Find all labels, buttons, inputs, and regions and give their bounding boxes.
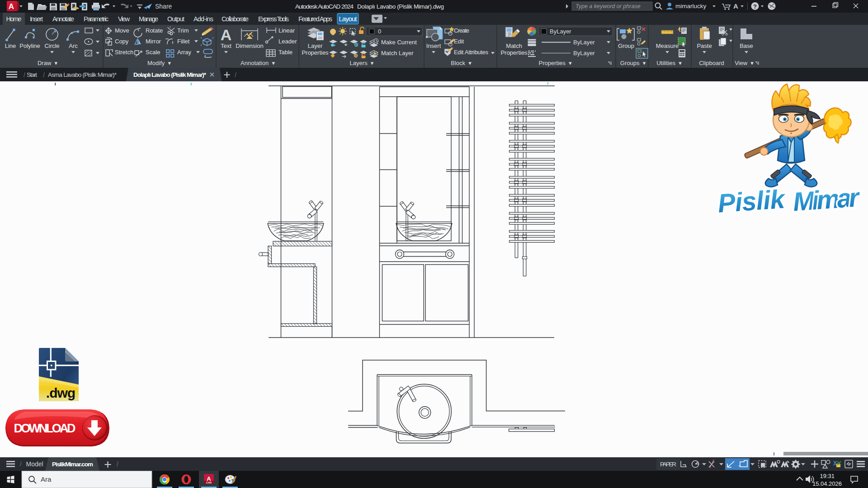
svg-text:.dwg: .dwg — [46, 385, 75, 400]
svg-text:/: / — [117, 460, 118, 468]
svg-text:Layout: Layout — [339, 15, 358, 23]
svg-text:Mimar: Mimar — [792, 182, 862, 216]
svg-text:Insert: Insert — [30, 15, 43, 23]
svg-text:Dolaplı Lavabo (Pislik Mimar).: Dolaplı Lavabo (Pislik Mimar).dwg — [357, 3, 444, 10]
svg-text:Manage: Manage — [139, 15, 158, 23]
svg-text:Express Tools: Express Tools — [258, 15, 289, 23]
svg-text:Edit Attributes: Edit Attributes — [454, 49, 489, 56]
svg-text:Group: Group — [618, 42, 634, 49]
svg-text:Add-ins: Add-ins — [193, 15, 213, 23]
svg-text:PAPER: PAPER — [660, 461, 676, 468]
svg-text:Home: Home — [6, 15, 22, 23]
svg-text:Start: Start — [27, 71, 37, 78]
svg-text:Measure: Measure — [656, 42, 679, 49]
svg-text:Asma Lavabo (Pislik Mimar)*: Asma Lavabo (Pislik Mimar)* — [48, 71, 117, 78]
svg-text:0: 0 — [378, 28, 381, 35]
svg-text:/: / — [235, 71, 236, 79]
svg-text:Dolaplı Lavabo (Pislik Mimar)*: Dolaplı Lavabo (Pislik Mimar)* — [133, 71, 207, 78]
svg-text:?: ? — [753, 3, 757, 10]
svg-text:Paste: Paste — [697, 42, 712, 49]
svg-text:Block ▾: Block ▾ — [451, 60, 472, 66]
svg-text:Utilities ▾: Utilities ▾ — [656, 60, 682, 66]
svg-text:Match Layer: Match Layer — [381, 50, 414, 56]
svg-text:ByLayer: ByLayer — [573, 39, 595, 46]
svg-text:ByLayer: ByLayer — [573, 50, 595, 56]
svg-text:/: / — [20, 460, 22, 468]
svg-text:Edit: Edit — [454, 38, 464, 45]
svg-text:mimarlucky: mimarlucky — [675, 3, 707, 9]
svg-text:Base: Base — [740, 42, 753, 49]
svg-text:Output: Output — [167, 15, 184, 23]
svg-text:Ara: Ara — [41, 475, 52, 483]
svg-text:Groups ▾: Groups ▾ — [620, 60, 646, 66]
svg-text:PislikMimar.com: PislikMimar.com — [52, 461, 93, 468]
svg-text:Make Current: Make Current — [381, 39, 417, 46]
svg-text:Clipboard: Clipboard — [699, 60, 724, 66]
svg-text:/: / — [24, 71, 25, 79]
svg-text:View: View — [118, 15, 130, 23]
svg-text:Type a keyword or phrase: Type a keyword or phrase — [576, 3, 641, 9]
svg-text:Properties ▾: Properties ▾ — [539, 60, 572, 66]
svg-text:Create: Create — [454, 27, 469, 34]
svg-text:Properties: Properties — [500, 49, 528, 56]
svg-text:Annotate: Annotate — [52, 15, 74, 23]
svg-text:19:31: 19:31 — [820, 473, 835, 479]
svg-text:Match: Match — [506, 42, 522, 49]
svg-text:Collaborate: Collaborate — [222, 15, 249, 23]
svg-text:CAD: CAD — [206, 481, 212, 484]
svg-text:Model: Model — [26, 460, 43, 468]
svg-text:Insert: Insert — [426, 42, 441, 49]
svg-text:Autodesk AutoCAD 2024: Autodesk AutoCAD 2024 — [295, 3, 354, 10]
svg-text:DOWNLOAD: DOWNLOAD — [14, 422, 76, 435]
svg-text:15.04.2026: 15.04.2026 — [812, 480, 842, 487]
svg-text:/: / — [43, 71, 45, 79]
svg-text:Share: Share — [155, 3, 172, 10]
svg-text:Parametric: Parametric — [84, 15, 108, 23]
svg-text:A: A — [733, 2, 738, 10]
svg-text:Featured Apps: Featured Apps — [298, 15, 332, 23]
svg-text:View ▾: View ▾ — [735, 60, 754, 66]
svg-text:ByLayer: ByLayer — [550, 28, 571, 35]
svg-text:Pislik: Pislik — [717, 184, 787, 218]
